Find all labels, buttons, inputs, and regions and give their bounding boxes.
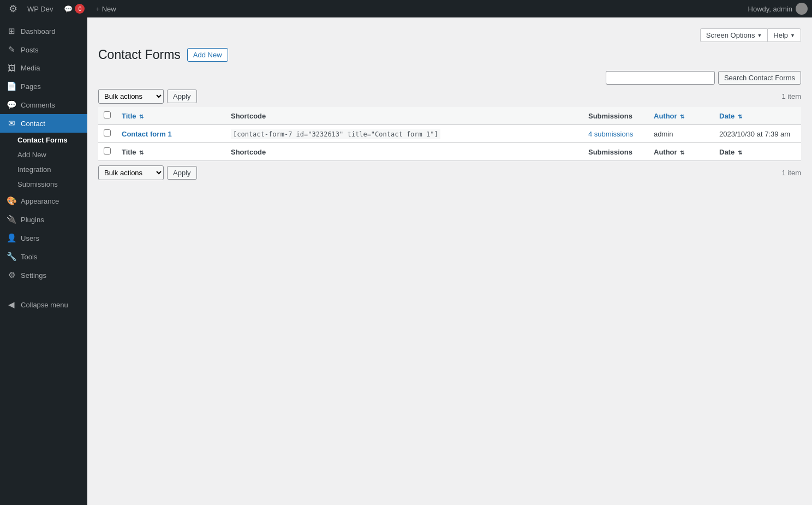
shortcode-text: [contact-form-7 id="3232613" title="Cont… bbox=[231, 129, 440, 139]
sidebar: ⊞ Dashboard ✎ Posts 🖼 Media 📄 Pages 💬 Co… bbox=[0, 17, 87, 505]
sidebar-item-add-new[interactable]: Add New bbox=[0, 147, 87, 162]
adminbar-right: Howdy, admin bbox=[748, 3, 808, 15]
col-footer-submissions: Submissions bbox=[583, 143, 648, 161]
appearance-icon: 🎨 bbox=[7, 196, 16, 206]
top-item-count: 1 item bbox=[782, 92, 801, 100]
author-sort-footer-arrows: ⇅ bbox=[680, 150, 684, 156]
title-sort-footer-arrows: ⇅ bbox=[139, 150, 144, 156]
comments-icon: 💬 bbox=[7, 100, 16, 110]
col-header-checkbox bbox=[98, 107, 116, 125]
date-sort-arrows: ⇅ bbox=[738, 114, 742, 120]
collapse-icon: ◀ bbox=[7, 300, 16, 310]
table-footer-row: Title ⇅ Shortcode Submissions Author ⇅ D bbox=[98, 143, 801, 161]
contact-icon: ✉ bbox=[7, 118, 16, 128]
sidebar-item-posts[interactable]: ✎ Posts bbox=[0, 40, 87, 59]
row-author-cell: admin bbox=[648, 125, 714, 143]
add-new-button[interactable]: Add New bbox=[187, 48, 228, 62]
col-footer-checkbox bbox=[98, 143, 116, 161]
date-sort-footer-arrows: ⇅ bbox=[738, 150, 742, 156]
tools-icon: 🔧 bbox=[7, 252, 16, 262]
media-icon: 🖼 bbox=[7, 63, 16, 73]
contact-forms-table: Title ⇅ Shortcode Submissions Author ⇅ D bbox=[98, 107, 801, 161]
col-footer-date[interactable]: Date ⇅ bbox=[714, 143, 801, 161]
sidebar-item-comments[interactable]: 💬 Comments bbox=[0, 96, 87, 114]
main-content: Screen Options Help Contact Forms Add Ne… bbox=[87, 17, 812, 505]
comments-count: 0 bbox=[75, 4, 85, 14]
col-header-submissions: Submissions bbox=[583, 107, 648, 125]
top-bulk-actions-select[interactable]: Bulk actions bbox=[98, 89, 164, 104]
contact-submenu: Contact Forms Add New Integration Submis… bbox=[0, 133, 87, 192]
col-footer-shortcode: Shortcode bbox=[225, 143, 583, 161]
sidebar-item-plugins[interactable]: 🔌 Plugins bbox=[0, 210, 87, 229]
bottom-item-count: 1 item bbox=[782, 169, 801, 177]
sidebar-item-submissions[interactable]: Submissions bbox=[0, 177, 87, 192]
sidebar-collapse[interactable]: ◀ Collapse menu bbox=[0, 295, 87, 314]
form-title-link[interactable]: Contact form 1 bbox=[122, 130, 172, 138]
col-header-date[interactable]: Date ⇅ bbox=[714, 107, 801, 125]
sidebar-item-tools[interactable]: 🔧 Tools bbox=[0, 247, 87, 266]
users-icon: 👤 bbox=[7, 233, 16, 243]
layout: ⊞ Dashboard ✎ Posts 🖼 Media 📄 Pages 💬 Co… bbox=[0, 17, 812, 505]
row-checkbox-cell bbox=[98, 125, 116, 143]
page-title: Contact Forms bbox=[98, 47, 181, 62]
select-all-checkbox[interactable] bbox=[104, 111, 111, 118]
admin-bar: ⚙ WP Dev 💬 0 + New Howdy, admin bbox=[0, 0, 812, 17]
col-header-shortcode: Shortcode bbox=[225, 107, 583, 125]
col-footer-title[interactable]: Title ⇅ bbox=[116, 143, 225, 161]
top-actions-row: Bulk actions Apply 1 item bbox=[98, 89, 801, 104]
wp-logo-icon[interactable]: ⚙ bbox=[4, 3, 22, 15]
adminbar-site-name[interactable]: WP Dev bbox=[22, 5, 58, 13]
bottom-actions-left: Bulk actions Apply bbox=[98, 165, 197, 180]
sidebar-item-integration[interactable]: Integration bbox=[0, 162, 87, 177]
dashboard-icon: ⊞ bbox=[7, 26, 16, 36]
table-row: Contact form 1 [contact-form-7 id="32326… bbox=[98, 125, 801, 143]
col-header-title[interactable]: Title ⇅ bbox=[116, 107, 225, 125]
plugins-icon: 🔌 bbox=[7, 215, 16, 224]
bottom-apply-button[interactable]: Apply bbox=[167, 166, 197, 180]
adminbar-comments[interactable]: 💬 0 bbox=[58, 4, 90, 14]
row-shortcode-cell: [contact-form-7 id="3232613" title="Cont… bbox=[225, 125, 583, 143]
screen-help-bar: Screen Options Help bbox=[98, 28, 801, 42]
sidebar-item-appearance[interactable]: 🎨 Appearance bbox=[0, 192, 87, 210]
sidebar-item-contact-forms[interactable]: Contact Forms bbox=[0, 133, 87, 147]
sidebar-item-settings[interactable]: ⚙ Settings bbox=[0, 266, 87, 284]
screen-options-button[interactable]: Screen Options bbox=[700, 28, 768, 42]
top-apply-button[interactable]: Apply bbox=[167, 90, 197, 103]
row-checkbox[interactable] bbox=[104, 129, 111, 136]
submissions-link[interactable]: 4 submissions bbox=[588, 130, 633, 138]
help-button[interactable]: Help bbox=[767, 28, 801, 42]
bottom-actions-row: Bulk actions Apply 1 item bbox=[98, 165, 801, 180]
row-date-cell: 2023/10/30 at 7:39 am bbox=[714, 125, 801, 143]
search-input[interactable] bbox=[606, 71, 715, 85]
posts-icon: ✎ bbox=[7, 45, 16, 55]
sidebar-item-media[interactable]: 🖼 Media bbox=[0, 59, 87, 77]
bottom-bulk-actions-select[interactable]: Bulk actions bbox=[98, 165, 164, 180]
sidebar-item-users[interactable]: 👤 Users bbox=[0, 229, 87, 247]
page-header: Contact Forms Add New bbox=[98, 47, 801, 62]
row-submissions-cell: 4 submissions bbox=[583, 125, 648, 143]
row-title-cell: Contact form 1 bbox=[116, 125, 225, 143]
title-sort-arrows: ⇅ bbox=[139, 114, 144, 120]
col-header-author[interactable]: Author ⇅ bbox=[648, 107, 714, 125]
sidebar-item-pages[interactable]: 📄 Pages bbox=[0, 77, 87, 96]
author-sort-arrows: ⇅ bbox=[680, 114, 684, 120]
settings-icon: ⚙ bbox=[7, 270, 16, 280]
select-all-footer-checkbox[interactable] bbox=[104, 147, 111, 155]
table-header-row: Title ⇅ Shortcode Submissions Author ⇅ D bbox=[98, 107, 801, 125]
top-actions-left: Bulk actions Apply bbox=[98, 89, 197, 104]
adminbar-new[interactable]: + New bbox=[90, 5, 121, 13]
adminbar-howdy[interactable]: Howdy, admin bbox=[748, 3, 808, 15]
sidebar-item-dashboard[interactable]: ⊞ Dashboard bbox=[0, 22, 87, 40]
avatar bbox=[796, 3, 808, 15]
pages-icon: 📄 bbox=[7, 81, 16, 91]
col-footer-author[interactable]: Author ⇅ bbox=[648, 143, 714, 161]
search-row: Search Contact Forms bbox=[98, 71, 801, 85]
sidebar-item-contact[interactable]: ✉ Contact bbox=[0, 114, 87, 133]
search-contact-forms-button[interactable]: Search Contact Forms bbox=[718, 71, 801, 85]
